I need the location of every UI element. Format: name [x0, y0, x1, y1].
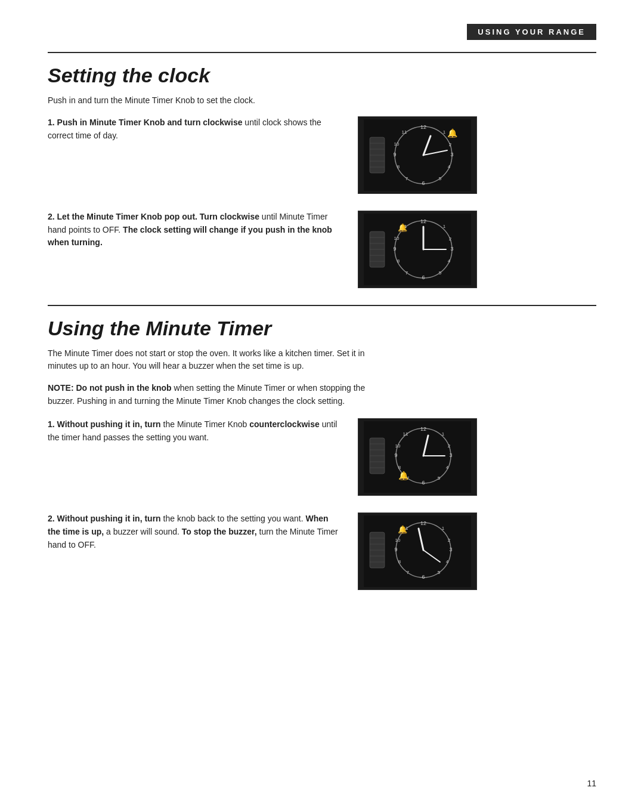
svg-text:10: 10: [395, 538, 401, 543]
svg-text:2: 2: [448, 538, 451, 543]
note-bold: NOTE: Do not push in the knob: [48, 383, 172, 393]
section1-heading: Setting the clock: [48, 64, 596, 87]
svg-text:🔔: 🔔: [398, 524, 408, 535]
section2-step2-row: 2. Without pushing it in, turn the knob …: [48, 512, 596, 590]
svg-text:7: 7: [407, 570, 410, 575]
svg-text:7: 7: [405, 176, 408, 181]
svg-text:11: 11: [403, 431, 408, 437]
svg-text:10: 10: [394, 236, 400, 241]
header-bar: USING YOUR RANGE: [48, 24, 596, 40]
svg-text:8: 8: [397, 258, 400, 264]
svg-text:1: 1: [442, 526, 445, 531]
svg-text:🔔: 🔔: [447, 128, 458, 138]
svg-text:8: 8: [397, 164, 400, 169]
svg-text:12: 12: [420, 426, 426, 432]
section1-intro: Push in and turn the Minute Timer Knob t…: [48, 94, 370, 107]
section2-step1-image: 12 3 6 9 1 2 4 5 7 8 10 11: [358, 418, 477, 496]
svg-text:4: 4: [448, 258, 451, 264]
svg-text:6: 6: [422, 480, 425, 486]
svg-text:3: 3: [449, 547, 452, 552]
s2-step1-bold1: Without pushing it in, turn: [57, 419, 161, 429]
section2-step2-text: 2. Without pushing it in, turn the knob …: [48, 512, 340, 551]
section2-heading: Using the Minute Timer: [48, 317, 596, 340]
section2-step1-text: 1. Without pushing it in, turn the Minut…: [48, 418, 340, 444]
svg-text:5: 5: [438, 476, 441, 481]
section1-step2-text: 2. Let the Minute Timer Knob pop out. Tu…: [48, 211, 340, 249]
svg-text:2: 2: [448, 443, 451, 449]
section1-step2-image: 12 3 6 9 1 2 4 5 7 8 10 11 🔔: [358, 211, 477, 288]
svg-text:12: 12: [420, 124, 426, 130]
s2-step2-bold1: Without pushing it in, turn: [57, 514, 161, 523]
svg-text:2: 2: [449, 142, 452, 147]
svg-text:9: 9: [394, 547, 397, 552]
svg-text:2: 2: [449, 236, 452, 242]
svg-text:8: 8: [398, 465, 401, 470]
step1-bold: Push in Minute Timer Knob and turn clock…: [57, 118, 243, 127]
page-number: 11: [587, 779, 596, 788]
section2-intro: The Minute Timer does not start or stop …: [48, 347, 370, 372]
svg-text:9: 9: [393, 152, 396, 158]
section2-note: NOTE: Do not push in the knob when setti…: [48, 382, 370, 407]
svg-text:5: 5: [438, 570, 441, 575]
svg-text:3: 3: [449, 452, 452, 458]
svg-text:8: 8: [398, 559, 401, 564]
svg-text:10: 10: [394, 141, 400, 147]
svg-text:4: 4: [446, 465, 449, 470]
section1-step1-row: 1. Push in Minute Timer Knob and turn cl…: [48, 116, 596, 194]
section1-divider: [48, 52, 596, 53]
svg-text:5: 5: [439, 270, 442, 276]
svg-text:1: 1: [442, 431, 445, 437]
svg-text:11: 11: [402, 129, 407, 135]
svg-text:🔔: 🔔: [398, 471, 409, 481]
svg-text:5: 5: [439, 176, 442, 181]
svg-text:6: 6: [422, 274, 425, 280]
svg-text:6: 6: [422, 180, 425, 186]
section1-step1-image: 12 3 6 9 1 2 4 5 7 8 10 11 🔔: [358, 116, 477, 194]
svg-text:9: 9: [393, 246, 396, 252]
svg-text:🔔: 🔔: [398, 223, 408, 233]
svg-text:3: 3: [450, 246, 453, 252]
svg-text:1: 1: [443, 224, 446, 229]
section2: Using the Minute Timer The Minute Timer …: [48, 305, 596, 590]
svg-text:7: 7: [405, 270, 408, 276]
svg-text:4: 4: [448, 164, 451, 169]
section2-divider: [48, 305, 596, 306]
svg-text:12: 12: [420, 218, 426, 224]
step2-bold1: Turn clockwise: [200, 212, 259, 221]
svg-text:3: 3: [450, 152, 453, 158]
section1-step2-row: 2. Let the Minute Timer Knob pop out. Tu…: [48, 211, 596, 288]
section2-step2-image: 12 3 6 9 1 2 4 5 7 8 10 11: [358, 512, 477, 590]
page: USING YOUR RANGE Setting the clock Push …: [0, 0, 644, 812]
section2-step1-row: 1. Without pushing it in, turn the Minut…: [48, 418, 596, 496]
svg-text:12: 12: [420, 520, 426, 526]
svg-text:10: 10: [395, 443, 401, 449]
svg-text:9: 9: [394, 452, 397, 458]
svg-text:4: 4: [446, 559, 449, 564]
svg-text:1: 1: [443, 129, 446, 135]
svg-text:6: 6: [422, 574, 425, 580]
header-title: USING YOUR RANGE: [467, 24, 596, 40]
section1-step1-text: 1. Push in Minute Timer Knob and turn cl…: [48, 116, 340, 142]
